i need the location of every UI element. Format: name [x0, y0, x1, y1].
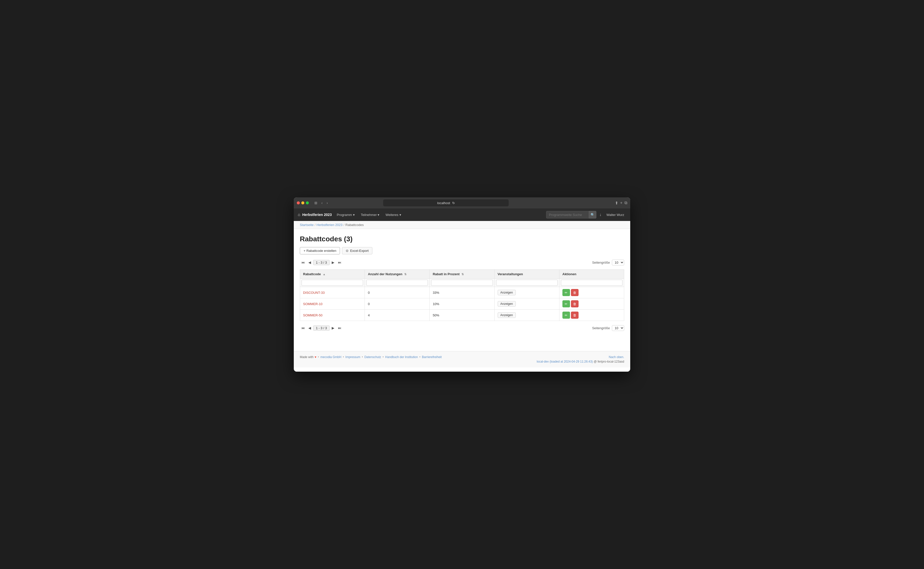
- col-rabatt-label: Rabatt in Prozent: [433, 272, 459, 276]
- page-body: Rabattcodes (3) + Rabattcode erstellen ⊙…: [294, 229, 630, 341]
- traffic-lights: [297, 201, 309, 204]
- page-size-label-top: Seitengröße: [592, 261, 610, 265]
- new-tab-icon[interactable]: +: [620, 201, 622, 205]
- app-content: Startseite / Herbstferien 2023 / Rabattc…: [294, 221, 630, 372]
- breadcrumb-herbstferien[interactable]: Herbstferien 2023: [317, 223, 342, 227]
- browser-actions: ⬆ + ⧉: [615, 201, 627, 205]
- footer-right: Nach oben. local-dev (loaded at 2024-04-…: [537, 355, 624, 364]
- action-buttons-1: ✏ 🗑: [562, 300, 621, 307]
- forward-button[interactable]: ›: [325, 200, 330, 205]
- navbar-brand[interactable]: ⌂ Herbstferien 2023: [298, 212, 332, 217]
- excel-export-button[interactable]: ⊙ Excel-Export: [342, 247, 372, 254]
- page-size-select-top[interactable]: 10 25 50: [612, 260, 624, 265]
- share-icon[interactable]: ⬆: [615, 201, 618, 205]
- show-events-button-1[interactable]: Anzeigen: [498, 301, 516, 307]
- footer-sep-0: •: [318, 355, 319, 359]
- cell-events-2: Anzeigen: [494, 310, 559, 321]
- close-button[interactable]: [297, 201, 300, 204]
- footer-link-barrierefreiheit[interactable]: Barrierefreiheit: [422, 355, 442, 359]
- last-page-button[interactable]: ⏭: [336, 259, 343, 265]
- url-display: localhost: [437, 201, 450, 205]
- cell-code-2: SOMMER-50: [300, 310, 365, 321]
- col-rabatt: Rabatt in Prozent ⇅: [430, 270, 494, 279]
- fullscreen-button[interactable]: [306, 201, 309, 204]
- search-input-wrap: 🔍: [546, 211, 596, 219]
- nav-teilnehmer[interactable]: Teilnehmer ▾: [358, 208, 383, 221]
- filter-veranstaltungen: [494, 279, 559, 287]
- back-to-top-link[interactable]: Nach oben.: [537, 355, 624, 359]
- sidebar-toggle[interactable]: ⊞: [313, 200, 319, 205]
- footer-link-handbuch[interactable]: Handbuch der Institution: [385, 355, 418, 359]
- filter-aktionen: [559, 279, 624, 287]
- chevron-down-icon: ▾: [353, 213, 355, 217]
- next-page-button-bottom[interactable]: ▶: [330, 325, 336, 331]
- rabattcode-link-0[interactable]: DISCOUNT-33: [303, 291, 325, 295]
- prev-page-button-bottom[interactable]: ◀: [307, 325, 313, 331]
- col-rabattcode: Rabattcode ▲: [300, 270, 365, 279]
- footer-build-info: local-dev (loaded at 2024-04-29 11:26:43…: [537, 360, 624, 364]
- prev-page-button[interactable]: ◀: [307, 259, 313, 265]
- browser-titlebar: ⊞ ‹ › localhost ↻ ⬆ + ⧉: [294, 197, 630, 208]
- show-events-button-0[interactable]: Anzeigen: [498, 290, 516, 295]
- breadcrumb-startseite[interactable]: Startseite: [300, 223, 314, 227]
- delete-button-1[interactable]: 🗑: [571, 300, 579, 307]
- rabattcode-link-1[interactable]: SOMMER-10: [303, 302, 322, 306]
- edit-button-0[interactable]: ✏: [562, 289, 570, 296]
- filter-rabattcode: [300, 279, 365, 287]
- cell-usage-2: 4: [365, 310, 430, 321]
- footer-made-with: Made with: [300, 355, 314, 359]
- sort-both-icon[interactable]: ⇅: [404, 273, 407, 276]
- table-row: SOMMER-10 0 10% Anzeigen ✏ 🗑: [300, 298, 624, 310]
- minimize-button[interactable]: [301, 201, 304, 204]
- show-events-button-2[interactable]: Anzeigen: [498, 312, 516, 318]
- home-icon: ⌂: [298, 212, 300, 217]
- page-size-select-bottom[interactable]: 10 25 50: [612, 325, 624, 331]
- col-aktionen-label: Aktionen: [562, 272, 576, 276]
- footer-link-datenschutz[interactable]: Datenschutz: [364, 355, 381, 359]
- col-rabattcode-label: Rabattcode: [303, 272, 321, 276]
- rabattcode-link-2[interactable]: SOMMER-50: [303, 313, 322, 317]
- search-button[interactable]: 🔍: [589, 211, 596, 219]
- navbar-user[interactable]: Walter Wurz: [604, 213, 626, 217]
- cell-code-1: SOMMER-10: [300, 298, 365, 310]
- edit-button-2[interactable]: ✏: [562, 312, 570, 319]
- create-rabattcode-button[interactable]: + Rabattcode erstellen: [300, 247, 340, 254]
- footer-sep-3: •: [383, 355, 384, 359]
- last-page-button-bottom[interactable]: ⏭: [336, 325, 343, 331]
- filter-anzahl-input[interactable]: [366, 280, 428, 286]
- col-aktionen: Aktionen: [559, 270, 624, 279]
- reload-icon[interactable]: ↻: [452, 201, 455, 205]
- download-icon[interactable]: ↓: [596, 212, 604, 217]
- nav-weiteres[interactable]: Weiteres ▾: [382, 208, 404, 221]
- cell-discount-2: 50%: [430, 310, 494, 321]
- footer-link-impressum[interactable]: Impressum: [345, 355, 360, 359]
- pagination-bottom: ⏮ ◀ 1 - 3 / 3 ▶ ⏭ Seitengröße 10 25 50: [300, 325, 624, 331]
- filter-veranstaltungen-input[interactable]: [496, 280, 558, 286]
- first-page-button[interactable]: ⏮: [300, 259, 306, 265]
- filter-rabattcode-input[interactable]: [302, 280, 363, 286]
- address-bar[interactable]: localhost ↻: [383, 199, 509, 206]
- delete-button-2[interactable]: 🗑: [571, 312, 579, 319]
- page-title: Rabattcodes (3): [300, 235, 624, 243]
- sort-both-icon-2[interactable]: ⇅: [462, 273, 464, 276]
- table-row: SOMMER-50 4 50% Anzeigen ✏ 🗑: [300, 310, 624, 321]
- cell-actions-1: ✏ 🗑: [559, 298, 624, 310]
- next-page-button[interactable]: ▶: [330, 259, 336, 265]
- sort-asc-icon[interactable]: ▲: [323, 273, 325, 276]
- back-button[interactable]: ‹: [320, 200, 324, 205]
- filter-rabatt-input[interactable]: [431, 280, 492, 286]
- cell-events-0: Anzeigen: [494, 287, 559, 298]
- tabs-icon[interactable]: ⧉: [625, 201, 627, 205]
- delete-button-0[interactable]: 🗑: [571, 289, 579, 296]
- excel-icon: ⊙: [346, 249, 348, 253]
- nav-programm-label: Programm: [337, 213, 352, 217]
- filter-aktionen-input[interactable]: [561, 280, 622, 286]
- footer-link-mecodia[interactable]: mecodia GmbH: [321, 355, 341, 359]
- edit-button-1[interactable]: ✏: [562, 300, 570, 307]
- nav-programm[interactable]: Programm ▾: [334, 208, 358, 221]
- pagination-controls-bottom: ⏮ ◀ 1 - 3 / 3 ▶ ⏭: [300, 325, 343, 331]
- footer-build-link[interactable]: local-dev (loaded at 2024-04-29 11:26:43…: [537, 360, 593, 364]
- page-size-label-bottom: Seitengröße: [592, 326, 610, 330]
- browser-navigation: ⊞ ‹ ›: [313, 200, 329, 205]
- first-page-button-bottom[interactable]: ⏮: [300, 325, 306, 331]
